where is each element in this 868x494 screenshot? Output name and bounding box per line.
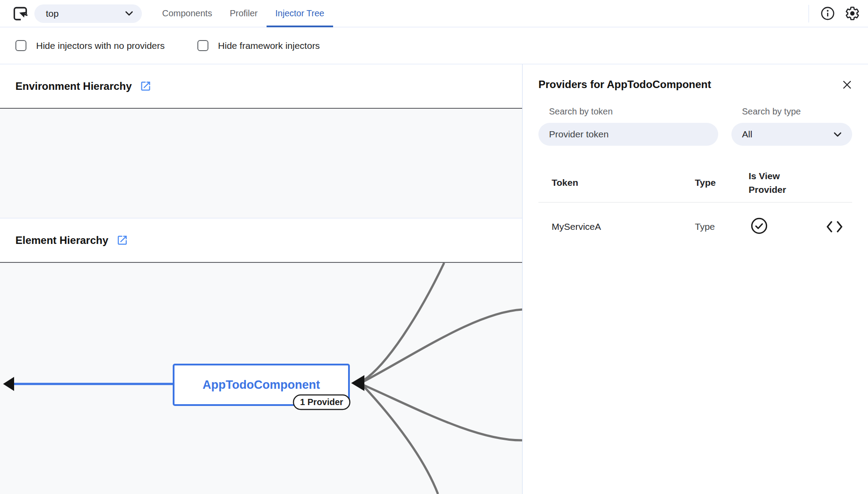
tab-injector-tree[interactable]: Injector Tree — [267, 0, 333, 27]
close-providers-button[interactable] — [842, 80, 852, 90]
providers-panel-title: Providers for AppTodoComponent — [538, 78, 711, 91]
filter-row: Hide injectors with no providers Hide fr… — [0, 27, 868, 64]
element-hierarchy-graph[interactable]: AppTodoComponent 1 Provider — [0, 263, 522, 494]
injector-node-label: AppTodoComponent — [203, 378, 320, 391]
toolbar-actions — [809, 5, 860, 22]
provider-row: MyServiceA Type — [538, 203, 852, 251]
hide-framework-label: Hide framework injectors — [218, 41, 320, 51]
search-by-type-label: Search by type — [731, 107, 852, 117]
open-environment-hierarchy-button[interactable] — [140, 80, 152, 92]
dependency-edge — [364, 310, 522, 381]
provider-actions-cell — [824, 221, 852, 233]
providers-panel: Providers for AppTodoComponent Search by… — [523, 64, 868, 494]
main-area: Environment Hierarchy Element Hierarchy — [0, 64, 868, 494]
angular-devtools-app: top Components Profiler Injector Tree — [0, 0, 868, 494]
info-icon — [820, 6, 835, 21]
inspect-element-button[interactable] — [12, 6, 28, 22]
provider-is-view-provider-cell — [735, 217, 824, 237]
inspect-icon — [12, 6, 28, 22]
provider-type-select[interactable]: All — [731, 123, 852, 146]
external-link-icon — [116, 234, 128, 246]
provider-type-selected-value: All — [742, 129, 752, 140]
search-by-token-label: Search by token — [538, 107, 718, 117]
provider-token-cell: MyServiceA — [538, 221, 682, 232]
close-icon — [842, 80, 852, 90]
search-by-token-field: Search by token — [538, 107, 718, 146]
hierarchies-column: Environment Hierarchy Element Hierarchy — [0, 64, 523, 494]
tab-bar: Components Profiler Injector Tree — [153, 0, 333, 27]
provider-search-row: Search by token Search by type All — [538, 107, 852, 146]
hide-no-providers-checkbox[interactable] — [15, 40, 26, 51]
check-circle-icon — [750, 217, 768, 235]
dependency-edges — [364, 263, 522, 494]
provider-count-label: 1 Provider — [300, 397, 343, 407]
frame-selector-value: top — [46, 8, 59, 19]
environment-hierarchy-header: Environment Hierarchy — [0, 64, 522, 109]
chevron-down-icon — [834, 132, 842, 137]
toolbar-divider — [809, 5, 809, 22]
open-element-hierarchy-button[interactable] — [116, 234, 128, 246]
dependency-edge — [364, 263, 444, 380]
column-header-type: Type — [682, 177, 735, 188]
provider-type-cell: Type — [682, 221, 735, 232]
tab-components[interactable]: Components — [153, 0, 221, 27]
column-header-is-view-provider: Is View Provider — [735, 169, 824, 197]
provider-token-input[interactable] — [538, 123, 718, 146]
tab-profiler[interactable]: Profiler — [221, 0, 266, 27]
providers-panel-header: Providers for AppTodoComponent — [538, 78, 852, 91]
environment-hierarchy-graph[interactable] — [0, 109, 522, 218]
providers-table-header-row: Token Type Is View Provider — [538, 163, 852, 203]
provider-count-badge[interactable]: 1 Provider — [293, 395, 350, 409]
settings-button[interactable] — [845, 6, 860, 21]
search-by-type-field: Search by type All — [731, 107, 852, 146]
toolbar: top Components Profiler Injector Tree — [0, 0, 868, 27]
environment-hierarchy-title: Environment Hierarchy — [15, 80, 132, 92]
element-hierarchy-title: Element Hierarchy — [15, 234, 108, 247]
element-hierarchy-header: Element Hierarchy — [0, 218, 522, 263]
edge-arrowhead-right — [351, 375, 364, 391]
filter-hide-framework[interactable]: Hide framework injectors — [197, 40, 320, 51]
code-icon — [826, 221, 843, 233]
frame-selector[interactable]: top — [34, 4, 142, 23]
filter-hide-no-providers[interactable]: Hide injectors with no providers — [15, 40, 165, 51]
gear-icon — [845, 6, 860, 21]
log-provider-button[interactable] — [826, 221, 843, 233]
info-button[interactable] — [820, 6, 835, 21]
chevron-down-icon — [125, 11, 133, 16]
providers-table: Token Type Is View Provider MyServiceA T… — [538, 163, 852, 251]
hide-framework-checkbox[interactable] — [197, 40, 208, 51]
edge-arrowhead-left — [3, 377, 14, 391]
hide-no-providers-label: Hide injectors with no providers — [36, 41, 165, 51]
external-link-icon — [140, 80, 152, 92]
column-header-token: Token — [538, 177, 682, 188]
